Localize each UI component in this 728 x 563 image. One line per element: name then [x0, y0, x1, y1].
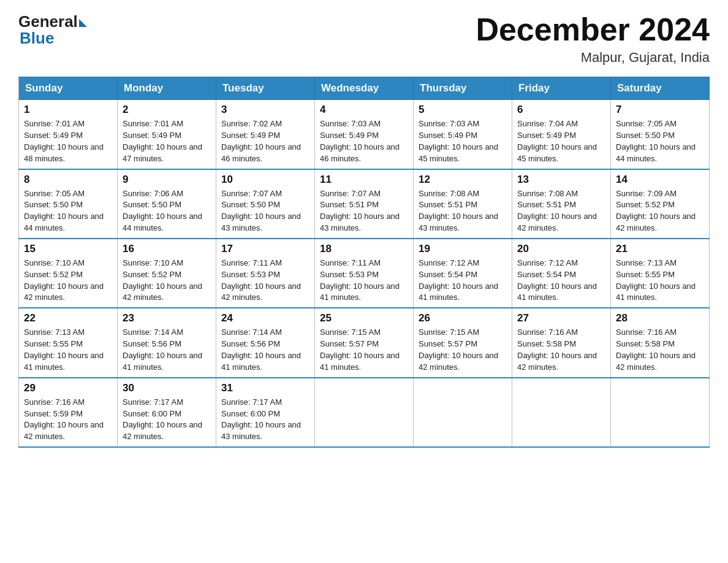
day-info: Sunrise: 7:12 AMSunset: 5:54 PMDaylight:… [517, 258, 605, 304]
day-info: Sunrise: 7:14 AMSunset: 5:56 PMDaylight:… [221, 327, 309, 373]
day-number: 24 [221, 312, 309, 324]
day-info: Sunrise: 7:11 AMSunset: 5:53 PMDaylight:… [221, 258, 309, 304]
day-number: 3 [221, 104, 309, 116]
calendar-week-row: 8Sunrise: 7:05 AMSunset: 5:50 PMDaylight… [19, 169, 710, 239]
location: Malpur, Gujarat, India [476, 50, 710, 66]
day-info: Sunrise: 7:17 AMSunset: 6:00 PMDaylight:… [221, 397, 309, 443]
day-number: 13 [517, 174, 605, 186]
column-header-wednesday: Wednesday [315, 77, 414, 100]
logo: General Blue [18, 12, 87, 48]
day-number: 10 [221, 174, 309, 186]
day-number: 27 [517, 312, 605, 324]
day-info: Sunrise: 7:01 AMSunset: 5:49 PMDaylight:… [123, 118, 211, 164]
calendar-cell: 31Sunrise: 7:17 AMSunset: 6:00 PMDayligh… [216, 378, 315, 447]
calendar-cell: 10Sunrise: 7:07 AMSunset: 5:50 PMDayligh… [216, 169, 315, 239]
calendar-cell: 24Sunrise: 7:14 AMSunset: 5:56 PMDayligh… [216, 308, 315, 377]
day-info: Sunrise: 7:15 AMSunset: 5:57 PMDaylight:… [320, 327, 408, 373]
calendar-week-row: 1Sunrise: 7:01 AMSunset: 5:49 PMDaylight… [19, 100, 710, 169]
column-header-saturday: Saturday [611, 77, 710, 100]
calendar-week-row: 15Sunrise: 7:10 AMSunset: 5:52 PMDayligh… [19, 239, 710, 308]
day-info: Sunrise: 7:13 AMSunset: 5:55 PMDaylight:… [616, 258, 704, 304]
calendar-cell: 14Sunrise: 7:09 AMSunset: 5:52 PMDayligh… [611, 169, 710, 239]
day-number: 1 [24, 104, 112, 116]
day-info: Sunrise: 7:16 AMSunset: 5:58 PMDaylight:… [616, 327, 704, 373]
day-info: Sunrise: 7:10 AMSunset: 5:52 PMDaylight:… [123, 258, 211, 304]
day-number: 6 [517, 104, 605, 116]
column-header-friday: Friday [512, 77, 611, 100]
column-header-thursday: Thursday [414, 77, 512, 100]
calendar-cell: 29Sunrise: 7:16 AMSunset: 5:59 PMDayligh… [19, 378, 118, 447]
day-info: Sunrise: 7:05 AMSunset: 5:50 PMDaylight:… [24, 188, 112, 234]
day-info: Sunrise: 7:11 AMSunset: 5:53 PMDaylight:… [320, 258, 408, 304]
calendar-cell: 30Sunrise: 7:17 AMSunset: 6:00 PMDayligh… [118, 378, 216, 447]
calendar-cell [315, 378, 414, 447]
day-number: 21 [616, 243, 704, 255]
day-number: 5 [419, 104, 507, 116]
calendar-cell: 5Sunrise: 7:03 AMSunset: 5:49 PMDaylight… [414, 100, 512, 169]
day-number: 17 [221, 243, 309, 255]
day-info: Sunrise: 7:17 AMSunset: 6:00 PMDaylight:… [123, 397, 211, 443]
calendar-cell: 2Sunrise: 7:01 AMSunset: 5:49 PMDaylight… [118, 100, 216, 169]
calendar-table: SundayMondayTuesdayWednesdayThursdayFrid… [18, 77, 710, 448]
day-number: 12 [419, 174, 507, 186]
calendar-cell: 13Sunrise: 7:08 AMSunset: 5:51 PMDayligh… [512, 169, 611, 239]
calendar-cell: 3Sunrise: 7:02 AMSunset: 5:49 PMDaylight… [216, 100, 315, 169]
calendar-cell: 6Sunrise: 7:04 AMSunset: 5:49 PMDaylight… [512, 100, 611, 169]
day-number: 29 [24, 382, 112, 394]
calendar-cell: 7Sunrise: 7:05 AMSunset: 5:50 PMDaylight… [611, 100, 710, 169]
day-info: Sunrise: 7:04 AMSunset: 5:49 PMDaylight:… [517, 118, 605, 164]
day-number: 23 [123, 312, 211, 324]
calendar-cell: 27Sunrise: 7:16 AMSunset: 5:58 PMDayligh… [512, 308, 611, 377]
logo-blue-text: Blue [20, 29, 54, 48]
page-header: General Blue December 2024 Malpur, Gujar… [18, 12, 710, 66]
day-info: Sunrise: 7:10 AMSunset: 5:52 PMDaylight:… [24, 258, 112, 304]
day-number: 8 [24, 174, 112, 186]
calendar-cell: 26Sunrise: 7:15 AMSunset: 5:57 PMDayligh… [414, 308, 512, 377]
calendar-cell: 9Sunrise: 7:06 AMSunset: 5:50 PMDaylight… [118, 169, 216, 239]
logo-arrow-icon [79, 19, 87, 27]
day-number: 19 [419, 243, 507, 255]
day-number: 31 [221, 382, 309, 394]
calendar-cell: 20Sunrise: 7:12 AMSunset: 5:54 PMDayligh… [512, 239, 611, 308]
column-header-tuesday: Tuesday [216, 77, 315, 100]
day-number: 7 [616, 104, 704, 116]
calendar-cell [512, 378, 611, 447]
calendar-cell: 15Sunrise: 7:10 AMSunset: 5:52 PMDayligh… [19, 239, 118, 308]
calendar-cell: 25Sunrise: 7:15 AMSunset: 5:57 PMDayligh… [315, 308, 414, 377]
day-info: Sunrise: 7:06 AMSunset: 5:50 PMDaylight:… [123, 188, 211, 234]
calendar-cell: 8Sunrise: 7:05 AMSunset: 5:50 PMDaylight… [19, 169, 118, 239]
day-info: Sunrise: 7:14 AMSunset: 5:56 PMDaylight:… [123, 327, 211, 373]
month-title: December 2024 [476, 12, 710, 47]
day-number: 26 [419, 312, 507, 324]
calendar-cell: 16Sunrise: 7:10 AMSunset: 5:52 PMDayligh… [118, 239, 216, 308]
calendar-header-row: SundayMondayTuesdayWednesdayThursdayFrid… [19, 77, 710, 100]
day-info: Sunrise: 7:02 AMSunset: 5:49 PMDaylight:… [221, 118, 309, 164]
day-number: 11 [320, 174, 408, 186]
day-info: Sunrise: 7:09 AMSunset: 5:52 PMDaylight:… [616, 188, 704, 234]
day-number: 2 [123, 104, 211, 116]
title-block: December 2024 Malpur, Gujarat, India [476, 12, 710, 66]
day-info: Sunrise: 7:16 AMSunset: 5:59 PMDaylight:… [24, 397, 112, 443]
day-info: Sunrise: 7:16 AMSunset: 5:58 PMDaylight:… [517, 327, 605, 373]
day-info: Sunrise: 7:05 AMSunset: 5:50 PMDaylight:… [616, 118, 704, 164]
day-info: Sunrise: 7:13 AMSunset: 5:55 PMDaylight:… [24, 327, 112, 373]
day-info: Sunrise: 7:15 AMSunset: 5:57 PMDaylight:… [419, 327, 507, 373]
calendar-week-row: 29Sunrise: 7:16 AMSunset: 5:59 PMDayligh… [19, 378, 710, 447]
day-info: Sunrise: 7:03 AMSunset: 5:49 PMDaylight:… [419, 118, 507, 164]
day-number: 20 [517, 243, 605, 255]
day-number: 25 [320, 312, 408, 324]
day-number: 15 [24, 243, 112, 255]
day-number: 4 [320, 104, 408, 116]
day-number: 28 [616, 312, 704, 324]
day-info: Sunrise: 7:07 AMSunset: 5:50 PMDaylight:… [221, 188, 309, 234]
day-info: Sunrise: 7:07 AMSunset: 5:51 PMDaylight:… [320, 188, 408, 234]
day-info: Sunrise: 7:08 AMSunset: 5:51 PMDaylight:… [419, 188, 507, 234]
calendar-cell: 17Sunrise: 7:11 AMSunset: 5:53 PMDayligh… [216, 239, 315, 308]
calendar-cell: 18Sunrise: 7:11 AMSunset: 5:53 PMDayligh… [315, 239, 414, 308]
calendar-cell: 28Sunrise: 7:16 AMSunset: 5:58 PMDayligh… [611, 308, 710, 377]
day-number: 22 [24, 312, 112, 324]
day-number: 14 [616, 174, 704, 186]
calendar-week-row: 22Sunrise: 7:13 AMSunset: 5:55 PMDayligh… [19, 308, 710, 377]
column-header-sunday: Sunday [19, 77, 118, 100]
calendar-cell: 22Sunrise: 7:13 AMSunset: 5:55 PMDayligh… [19, 308, 118, 377]
